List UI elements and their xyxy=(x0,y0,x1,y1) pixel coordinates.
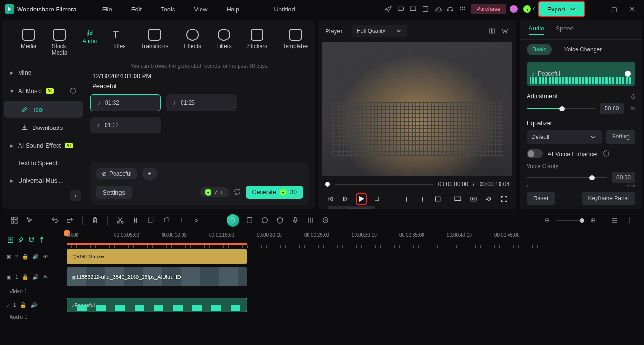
sidebar-item-ai-music[interactable]: ▾AI MusicAIⓘ xyxy=(4,82,83,99)
maximize-button[interactable]: ▢ xyxy=(607,4,621,14)
grid-icon[interactable] xyxy=(458,5,467,13)
ai-button[interactable] xyxy=(227,214,239,227)
tab-speed-props[interactable]: Speed xyxy=(556,25,574,35)
timeline-settings-button[interactable]: ⋮ xyxy=(625,216,634,225)
zoom-in-button[interactable]: ⊕ xyxy=(588,216,597,225)
mark-out-button[interactable]: } xyxy=(417,193,428,205)
tab-media[interactable]: Media xyxy=(15,27,42,58)
tab-filters[interactable]: Filters xyxy=(211,27,238,58)
ai-voice-toggle[interactable] xyxy=(527,149,543,158)
subtab-basic[interactable]: Basic xyxy=(527,44,552,55)
clip-audio[interactable]: ♪ Peaceful xyxy=(67,298,247,312)
marker-icon[interactable] xyxy=(38,236,46,245)
volume-button[interactable] xyxy=(483,193,494,205)
save-icon[interactable] xyxy=(421,5,430,13)
sidebar-collapse-button[interactable]: ‹ xyxy=(70,190,81,201)
cost-pill[interactable]: ⬥7 + xyxy=(200,187,229,197)
tab-stickers[interactable]: Stickers xyxy=(241,27,273,58)
gen-clip-3[interactable]: ♪01:32 xyxy=(90,117,161,133)
mark-in-button[interactable]: { xyxy=(402,193,413,205)
play-button[interactable] xyxy=(356,193,367,205)
close-button[interactable]: ✕ xyxy=(625,4,639,14)
adjustment-value[interactable]: 50.00 xyxy=(600,103,624,114)
eye-icon[interactable]: 👁 xyxy=(43,254,48,259)
sidebar-item-tool[interactable]: Tool xyxy=(4,101,83,118)
scrubber[interactable]: 00:00:00:00 / 00:00:19:04 xyxy=(318,176,516,190)
tab-transitions[interactable]: Transitions xyxy=(135,27,174,58)
sidebar-item-tts[interactable]: ▸Text to Speech xyxy=(4,155,83,171)
tab-templates[interactable]: Templates xyxy=(277,27,314,58)
mic-tool[interactable] xyxy=(290,216,300,225)
sidebar-item-mine[interactable]: ▸Mine xyxy=(4,65,83,80)
fullscreen-button[interactable] xyxy=(499,193,510,205)
eq-setting-button[interactable]: Setting xyxy=(606,130,635,144)
step-back-button[interactable] xyxy=(341,193,352,205)
headphones-icon[interactable] xyxy=(446,5,454,13)
tab-audio[interactable]: Audio xyxy=(77,27,103,58)
scrub-handle[interactable] xyxy=(325,182,330,187)
screen-icon[interactable] xyxy=(409,5,417,13)
split-button[interactable] xyxy=(131,216,140,225)
music-tool[interactable] xyxy=(161,216,171,225)
keyframe-panel-button[interactable]: Keyframe Panel xyxy=(582,192,635,205)
delete-button[interactable] xyxy=(90,216,100,225)
clarity-slider[interactable] xyxy=(527,177,607,178)
eq-preset-select[interactable]: Default xyxy=(527,130,602,144)
speed-tool[interactable] xyxy=(321,216,330,225)
add-track-icon[interactable] xyxy=(7,236,14,245)
subtab-voice-changer[interactable]: Voice Changer xyxy=(558,44,607,55)
menu-tools[interactable]: Tools xyxy=(157,4,179,15)
reset-button[interactable]: Reset xyxy=(527,192,555,205)
zoom-slider[interactable] xyxy=(556,220,584,221)
stop-button[interactable] xyxy=(372,193,383,205)
dashboard-icon[interactable] xyxy=(10,216,19,225)
sidebar-item-universal[interactable]: ▸Universal Musi... xyxy=(4,173,83,188)
snapshot-preview-icon[interactable] xyxy=(501,27,509,35)
tab-stock-media[interactable]: Stock Media xyxy=(46,27,73,58)
clip-slider[interactable] xyxy=(625,71,631,77)
selection-range[interactable] xyxy=(67,243,247,245)
audio-clip-preview[interactable]: ♪ Peaceful xyxy=(527,62,635,86)
snapshot-button[interactable] xyxy=(468,193,479,205)
keyframe-icon[interactable]: ◇ xyxy=(631,92,635,99)
info-icon[interactable]: ⓘ xyxy=(603,149,609,158)
clip-video[interactable]: ▣ 11553212-uhd_3840_2160_25fps_AIUltraHD xyxy=(67,267,247,286)
tab-audio-props[interactable]: Audio xyxy=(529,25,544,35)
export-button[interactable]: Export xyxy=(538,1,585,17)
record-tool[interactable] xyxy=(260,216,269,225)
crop-tool[interactable] xyxy=(146,216,155,225)
list-view-button[interactable] xyxy=(610,216,619,225)
text-tool[interactable]: T xyxy=(176,216,186,225)
menu-help[interactable]: Help xyxy=(222,4,243,15)
sidebar-item-ai-sound[interactable]: ▸AI Sound EffectAI xyxy=(4,138,83,153)
preview-video[interactable] xyxy=(322,42,512,176)
gen-clip-1[interactable]: ♪01:32 xyxy=(90,94,161,111)
tab-titles[interactable]: TTitles xyxy=(106,27,131,58)
crop-button[interactable] xyxy=(433,193,443,205)
settings-button[interactable]: Settings xyxy=(96,186,132,199)
timeline-ruler[interactable]: 00:0000:00:05:0000:00:10:0000:00:15:0000… xyxy=(67,232,644,248)
send-icon[interactable] xyxy=(384,5,393,13)
credits-badge[interactable]: ⬥7 xyxy=(523,5,535,13)
adjustment-slider[interactable] xyxy=(527,108,595,109)
display-button[interactable] xyxy=(452,193,463,205)
minimize-button[interactable]: — xyxy=(589,4,603,14)
quality-select[interactable]: Full Quality xyxy=(352,25,407,37)
purchase-button[interactable]: Purchase xyxy=(471,4,506,14)
profile-badge[interactable] xyxy=(510,5,518,13)
link-icon[interactable] xyxy=(17,236,25,245)
clip-fx[interactable]: ⬚ RGB Stroke xyxy=(67,249,247,264)
more-tools[interactable]: » xyxy=(192,216,201,225)
lock-icon[interactable]: 🔓 xyxy=(22,254,29,260)
select-tool[interactable] xyxy=(25,216,34,225)
tag-peaceful[interactable]: ⊘ Peaceful xyxy=(96,168,137,179)
clarity-value[interactable]: 80.00 xyxy=(612,172,635,183)
gen-clip-2[interactable]: ♪01:26 xyxy=(166,94,237,111)
mixer-tool[interactable] xyxy=(306,216,315,225)
refresh-button[interactable] xyxy=(233,188,241,197)
mute-icon[interactable]: 🔊 xyxy=(32,254,39,260)
redo-button[interactable] xyxy=(65,216,75,225)
menu-view[interactable]: View xyxy=(190,4,211,15)
zoom-out-button[interactable]: ⊖ xyxy=(542,216,552,225)
compare-icon[interactable] xyxy=(488,27,496,35)
